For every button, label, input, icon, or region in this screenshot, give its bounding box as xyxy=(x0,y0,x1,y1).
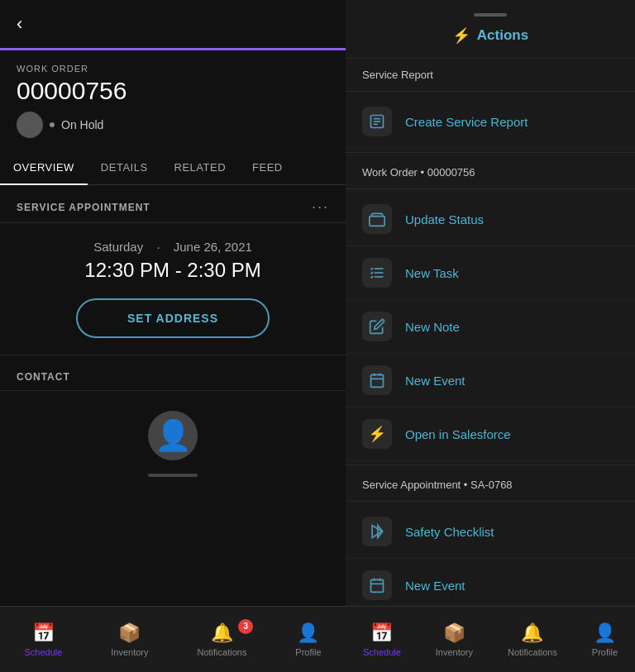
new-note-item[interactable]: New Note xyxy=(346,300,635,354)
avatar xyxy=(17,112,43,138)
appointment-time: 12:30 PM - 2:30 PM xyxy=(17,259,329,282)
new-event-item[interactable]: New Event xyxy=(346,354,635,407)
notifications-icon: 🔔 xyxy=(211,622,233,644)
new-task-label: New Task xyxy=(405,266,459,280)
contact-avatar: 👤 xyxy=(148,411,198,460)
new-event-icon xyxy=(362,365,392,395)
inventory-label: Inventory xyxy=(111,647,148,657)
appointment-block: Saturday · June 26, 2021 12:30 PM - 2:30… xyxy=(0,223,346,355)
tabs-row: OVERVIEW DETAILS RELATED FEED xyxy=(0,151,346,185)
bottom-nav-left: 📅 Schedule 📦 Inventory 🔔 3 Notifications… xyxy=(0,606,346,672)
profile-icon: 👤 xyxy=(297,622,319,644)
work-order-number: 00000756 xyxy=(17,77,329,105)
group-label-work-order: Work Order • 00000756 xyxy=(346,156,635,185)
divider3 xyxy=(346,188,635,189)
contact-body: 👤 xyxy=(0,391,346,497)
nav-profile[interactable]: 👤 Profile xyxy=(295,622,321,657)
contact-section-header: CONTACT xyxy=(0,355,346,391)
open-in-salesforce-item[interactable]: ⚡ Open in Salesforce xyxy=(346,407,635,461)
group-label-service-appointment: Service Appointment • SA-0768 xyxy=(346,469,635,498)
divider xyxy=(346,91,635,92)
service-appointment-section-header: SERVICE APPOINTMENT ··· xyxy=(0,185,346,223)
svg-rect-4 xyxy=(370,217,384,226)
nav-r-profile[interactable]: 👤 Profile xyxy=(592,622,618,657)
safety-checklist-icon xyxy=(362,517,392,546)
actions-title-label: Actions xyxy=(477,27,528,44)
divider5 xyxy=(346,501,635,502)
inventory-icon-r: 📦 xyxy=(443,622,466,644)
tab-overview[interactable]: OVERVIEW xyxy=(0,151,88,185)
profile-label: Profile xyxy=(295,647,321,657)
open-salesforce-icon: ⚡ xyxy=(362,419,392,449)
bottom-nav-right: 📅 Schedule 📦 Inventory 🔔 Notifications 👤… xyxy=(346,606,635,672)
dots-menu-button[interactable]: ··· xyxy=(312,198,329,216)
divider2 xyxy=(346,152,635,153)
inventory-label-r: Inventory xyxy=(436,647,473,657)
svg-rect-14 xyxy=(371,579,384,592)
appointment-date: Saturday · June 26, 2021 xyxy=(17,240,329,254)
status-row: On Hold xyxy=(17,112,329,138)
contact-section: CONTACT 👤 xyxy=(0,355,346,633)
inventory-icon: 📦 xyxy=(118,622,141,644)
open-salesforce-label: Open in Salesforce xyxy=(405,427,511,441)
work-order-label: WORK ORDER xyxy=(17,64,329,74)
new-task-icon xyxy=(362,258,392,288)
nav-r-inventory[interactable]: 📦 Inventory xyxy=(436,622,473,657)
appointment-sep: · xyxy=(156,240,163,254)
person-icon: 👤 xyxy=(155,418,192,453)
drag-handle[interactable] xyxy=(474,13,507,17)
new-task-item[interactable]: New Task xyxy=(346,246,635,300)
back-button[interactable]: ‹ xyxy=(0,0,346,48)
status-dot xyxy=(50,122,55,127)
notifications-badge: 3 xyxy=(238,619,253,634)
notifications-label: Notifications xyxy=(197,647,246,657)
service-appointment-title: SERVICE APPOINTMENT xyxy=(17,202,150,213)
tab-related[interactable]: RELATED xyxy=(161,151,240,184)
update-status-icon xyxy=(362,204,392,234)
profile-icon-r: 👤 xyxy=(594,622,616,644)
tab-feed[interactable]: FEED xyxy=(239,151,296,184)
nav-schedule[interactable]: 📅 Schedule xyxy=(24,622,62,657)
work-order-header: WORK ORDER 00000756 On Hold xyxy=(0,50,346,151)
notifications-icon-r: 🔔 xyxy=(521,622,543,644)
svg-rect-8 xyxy=(371,374,384,387)
update-status-label: Update Status xyxy=(405,212,484,226)
service-report-icon xyxy=(362,107,392,136)
actions-list: Service Report Create Service Report Wor… xyxy=(346,59,635,606)
notifications-label-r: Notifications xyxy=(508,647,557,657)
profile-label-r: Profile xyxy=(592,647,618,657)
group-label-service-report: Service Report xyxy=(346,59,635,88)
create-service-report-item[interactable]: Create Service Report xyxy=(346,95,635,149)
schedule-label-r: Schedule xyxy=(363,647,401,657)
nav-r-notifications[interactable]: 🔔 Notifications xyxy=(508,622,557,657)
bolt-icon-right: ⚡ xyxy=(452,26,470,45)
new-event-sa-item[interactable]: New Event xyxy=(346,559,635,606)
contact-title: CONTACT xyxy=(17,371,70,383)
right-panel: ⚡ Actions Service Report Create Service … xyxy=(346,0,635,672)
actions-panel-title: ⚡ Actions xyxy=(362,26,618,45)
update-status-item[interactable]: Update Status xyxy=(346,193,635,246)
schedule-icon: 📅 xyxy=(32,622,55,644)
svg-marker-13 xyxy=(378,526,383,538)
safety-checklist-label: Safety Checklist xyxy=(405,525,494,539)
new-event-sa-icon xyxy=(362,570,392,600)
nav-notifications[interactable]: 🔔 3 Notifications xyxy=(197,622,246,657)
new-event-sa-label: New Event xyxy=(405,579,466,593)
contact-bar xyxy=(148,474,198,477)
appointment-day: Saturday xyxy=(93,240,143,254)
actions-panel-header: ⚡ Actions xyxy=(346,0,635,59)
create-service-report-label: Create Service Report xyxy=(405,115,528,129)
appointment-full-date: June 26, 2021 xyxy=(174,240,252,254)
new-note-label: New Note xyxy=(405,320,460,334)
schedule-label: Schedule xyxy=(24,647,62,657)
new-note-icon xyxy=(362,312,392,341)
new-event-label: New Event xyxy=(405,374,466,388)
nav-inventory[interactable]: 📦 Inventory xyxy=(111,622,148,657)
tab-details[interactable]: DETAILS xyxy=(88,151,161,184)
schedule-icon-r: 📅 xyxy=(370,622,393,644)
divider4 xyxy=(346,465,635,465)
nav-r-schedule[interactable]: 📅 Schedule xyxy=(363,622,401,657)
left-panel: ‹ WORK ORDER 00000756 On Hold OVERVIEW D… xyxy=(0,0,346,672)
safety-checklist-item[interactable]: Safety Checklist xyxy=(346,505,635,559)
set-address-button[interactable]: SET ADDRESS xyxy=(76,298,270,338)
